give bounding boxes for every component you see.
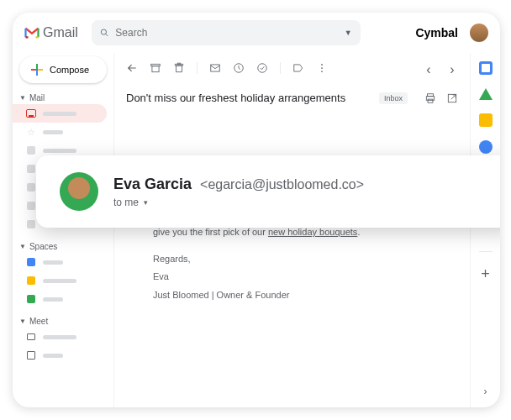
delete-icon[interactable] (173, 62, 185, 74)
meet-section-header[interactable]: ▼ Meet (13, 315, 113, 328)
next-message-button[interactable]: › (446, 62, 458, 74)
caret-down-icon: ▼ (19, 243, 26, 250)
search-options-caret-icon[interactable]: ▼ (345, 29, 352, 37)
caret-down-icon: ▼ (19, 94, 26, 102)
meet-section-label: Meet (29, 317, 48, 326)
caret-down-icon: ▼ (19, 318, 26, 325)
sidebar-item-inbox[interactable] (13, 104, 107, 123)
sender-avatar[interactable] (60, 172, 98, 211)
svg-rect-10 (428, 93, 434, 96)
archive-icon[interactable] (150, 62, 161, 74)
message-toolbar: ‹ › (114, 53, 470, 83)
back-icon[interactable] (126, 62, 138, 74)
sidebar-space-item[interactable] (13, 271, 107, 290)
get-addons-button[interactable]: + (481, 265, 490, 283)
svg-point-9 (321, 71, 323, 72)
space-icon (26, 257, 36, 267)
labels-icon[interactable] (292, 62, 304, 74)
space-icon (26, 294, 36, 304)
app-name: Gmail (43, 25, 78, 40)
more-icon[interactable] (316, 62, 328, 74)
space-icon (26, 276, 36, 286)
search-box[interactable]: ▼ (92, 20, 361, 45)
search-icon (100, 28, 109, 38)
spaces-section-header[interactable]: ▼ Spaces (13, 240, 113, 253)
rail-divider (479, 251, 493, 252)
sender-name: Eva Garcia (113, 176, 192, 193)
spaces-section-label: Spaces (29, 242, 57, 251)
inbox-icon (26, 108, 36, 118)
svg-point-6 (258, 64, 267, 73)
side-panel: + › (470, 53, 500, 407)
holiday-bouquets-link[interactable]: new holiday bouquets (268, 227, 357, 237)
sidebar-meet-item[interactable] (13, 328, 107, 346)
search-input[interactable] (115, 27, 338, 39)
subject-text: Don't miss our freshest holiday arrangem… (126, 92, 345, 104)
generic-icon (26, 182, 36, 192)
drive-app-icon[interactable] (479, 88, 493, 100)
generic-icon (26, 164, 36, 174)
snooze-icon[interactable] (233, 62, 245, 74)
video-icon (26, 332, 36, 342)
spaces-nav-list (13, 253, 113, 308)
open-new-window-icon[interactable] (446, 92, 458, 104)
svg-rect-12 (428, 99, 433, 102)
contacts-app-icon[interactable] (479, 140, 493, 154)
account-avatar[interactable] (470, 24, 488, 42)
calendar-app-icon[interactable] (479, 61, 493, 75)
print-icon[interactable] (424, 92, 436, 104)
recipient-line[interactable]: to me ▾ (113, 197, 364, 208)
email-signature: Regards, Eva Just Bloomed | Owner & Foun… (153, 252, 450, 303)
star-icon: ☆ (26, 127, 36, 137)
svg-point-7 (321, 64, 323, 66)
workspace-brand: Cymbal (415, 26, 458, 39)
mail-section-label: Mail (29, 93, 45, 102)
recipient-text: to me (113, 197, 139, 208)
generic-icon (26, 145, 36, 155)
expand-recipients-caret-icon[interactable]: ▾ (144, 198, 148, 207)
subject-row: Don't miss our freshest holiday arrangem… (114, 83, 470, 113)
sidebar-space-item[interactable] (13, 290, 107, 308)
gmail-logo[interactable]: Gmail (24, 25, 78, 40)
gmail-window: Gmail ▼ Cymbal Compose ▼ Mail ☆ (13, 13, 500, 407)
svg-point-8 (321, 67, 323, 69)
svg-point-0 (101, 29, 106, 34)
inbox-label-badge[interactable]: Inbox (379, 92, 408, 104)
sidebar-meet-item[interactable] (13, 346, 107, 365)
gmail-icon (24, 27, 40, 39)
sidebar: Compose ▼ Mail ☆ ▼ Spaces (13, 53, 113, 407)
header: Gmail ▼ Cymbal (13, 13, 500, 53)
main-content: ‹ › Don't miss our freshest holiday arra… (113, 53, 470, 407)
sender-email: <egarcia@justbloomed.co> (200, 177, 364, 192)
sidebar-item-starred[interactable]: ☆ (13, 123, 107, 141)
sidebar-space-item[interactable] (13, 253, 107, 271)
hide-panel-button[interactable]: › (484, 386, 487, 397)
generic-icon (26, 219, 36, 229)
plus-icon (31, 64, 43, 76)
mail-section-header[interactable]: ▼ Mail (13, 92, 113, 104)
svg-rect-4 (211, 65, 220, 71)
sender-details-card: Eva Garcia <egarcia@justbloomed.co> to m… (36, 155, 500, 228)
compose-label: Compose (50, 65, 89, 75)
svg-rect-3 (152, 66, 159, 72)
keep-app-icon[interactable] (479, 113, 493, 127)
add-task-icon[interactable] (256, 62, 268, 74)
mark-unread-icon[interactable] (209, 62, 221, 74)
svg-line-1 (105, 34, 108, 36)
calendar-icon (26, 350, 36, 360)
prev-message-button[interactable]: ‹ (423, 62, 435, 74)
meet-nav-list (13, 328, 113, 365)
generic-icon (26, 201, 36, 211)
compose-button[interactable]: Compose (19, 56, 107, 83)
